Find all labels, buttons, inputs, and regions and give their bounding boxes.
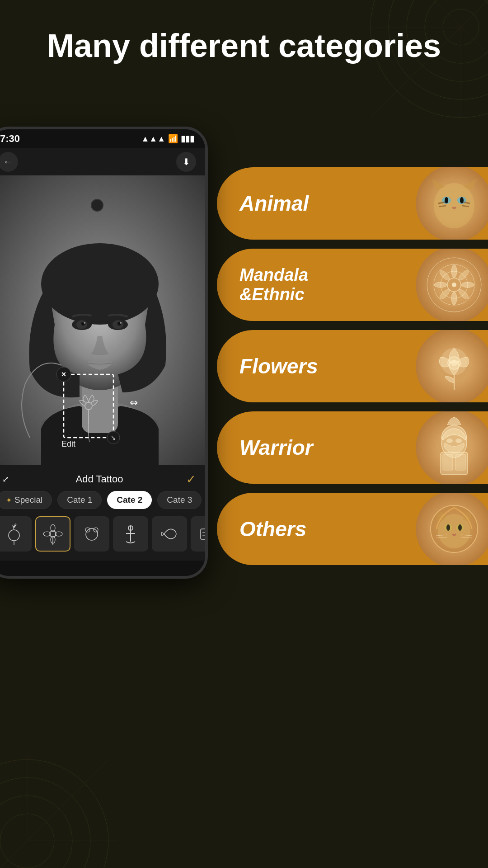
svg-point-24 xyxy=(41,243,159,325)
tab-cate1-label: Cate 1 xyxy=(67,495,92,505)
thumb-2-icon xyxy=(41,522,66,547)
category-flowers[interactable]: Flowers xyxy=(217,330,488,402)
category-tabs: ✦ Special Cate 1 Cate 2 Cate 3 Cate 4 xyxy=(0,491,205,514)
camera-notch xyxy=(91,199,103,212)
svg-text:⇔: ⇔ xyxy=(130,397,138,408)
page-title: Many different categories xyxy=(9,27,479,65)
svg-point-77 xyxy=(461,282,474,288)
category-mandala[interactable]: Mandala&Ethnic xyxy=(217,249,488,321)
category-flowers-image xyxy=(416,330,488,402)
status-time: 7:30 xyxy=(0,133,20,145)
category-animal-image xyxy=(416,167,488,240)
woman-portrait: × ↘ ⇔ Edit xyxy=(0,175,205,465)
svg-point-42 xyxy=(9,530,19,541)
svg-text:Edit: Edit xyxy=(61,439,75,448)
svg-point-81 xyxy=(457,288,470,301)
signal-icon: ▲▲▲ xyxy=(141,134,165,144)
svg-point-64 xyxy=(460,197,464,203)
thumb-1-icon xyxy=(2,522,27,547)
thumb-6-icon xyxy=(196,522,206,547)
thumb-5-icon xyxy=(157,522,182,547)
confirm-button[interactable]: ✓ xyxy=(186,472,196,486)
thumb-4[interactable] xyxy=(113,516,148,552)
panel-title: Add Tattoo xyxy=(76,473,123,485)
panel-header: ⤢ Add Tattoo ✓ xyxy=(0,470,205,491)
svg-point-74 xyxy=(451,265,457,278)
svg-line-16 xyxy=(0,841,27,868)
svg-point-75 xyxy=(451,292,457,305)
category-warrior-image xyxy=(416,411,488,484)
rose-icon xyxy=(420,332,488,400)
svg-point-63 xyxy=(445,197,448,203)
status-bar: 7:30 ▲▲▲ 📶 ▮▮▮ xyxy=(0,129,205,148)
svg-point-99 xyxy=(458,524,462,531)
svg-point-76 xyxy=(434,282,447,288)
phone-nav: ← ⬇ xyxy=(0,148,205,175)
tab-special-label: Special xyxy=(14,495,42,505)
svg-rect-56 xyxy=(201,529,206,539)
lion-icon xyxy=(420,495,488,563)
category-animal-label: Animal xyxy=(239,191,339,216)
thumb-3-icon xyxy=(80,522,104,547)
tab-cate3[interactable]: Cate 3 xyxy=(157,491,202,509)
svg-point-98 xyxy=(446,524,450,531)
back-arrow-icon: ← xyxy=(3,156,13,168)
mandala-design-icon xyxy=(420,251,488,319)
tab-cate2[interactable]: Cate 2 xyxy=(107,491,152,509)
thumb-1[interactable] xyxy=(0,516,32,552)
download-button[interactable]: ⬇ xyxy=(176,152,196,172)
warrior-icon xyxy=(420,414,488,481)
categories-panel: Animal xyxy=(217,167,488,565)
thumb-4-icon xyxy=(118,522,143,547)
svg-point-79 xyxy=(457,269,470,282)
tab-cate3-label: Cate 3 xyxy=(167,495,192,505)
category-warrior-label: Warrior xyxy=(239,435,339,460)
page-header: Many different categories xyxy=(0,18,488,74)
svg-point-80 xyxy=(438,288,451,301)
svg-point-73 xyxy=(452,283,456,287)
phone-frame: 7:30 ▲▲▲ 📶 ▮▮▮ ← ⬇ xyxy=(0,127,208,579)
phone-mockup: 7:30 ▲▲▲ 📶 ▮▮▮ ← ⬇ xyxy=(0,127,217,782)
category-others-image xyxy=(416,493,488,565)
svg-point-32 xyxy=(120,322,122,324)
thumb-5[interactable] xyxy=(152,516,187,552)
category-flowers-label: Flowers xyxy=(239,354,339,378)
svg-point-91 xyxy=(455,439,462,443)
svg-text:×: × xyxy=(61,370,66,379)
svg-point-84 xyxy=(451,360,457,366)
svg-point-28 xyxy=(84,322,85,324)
tiger-icon xyxy=(420,170,488,237)
category-others-label: Others xyxy=(239,517,339,541)
expand-button[interactable]: ⤢ xyxy=(0,472,13,486)
photo-area: × ↘ ⇔ Edit xyxy=(0,175,205,465)
bottom-panel: ⤢ Add Tattoo ✓ ✦ Special Cate 1 Cate 2 C xyxy=(0,465,205,561)
thumb-2[interactable] xyxy=(35,516,70,552)
star-icon: ✦ xyxy=(6,496,12,505)
expand-icon: ⤢ xyxy=(2,474,9,484)
wifi-icon: 📶 xyxy=(168,134,178,144)
thumb-3[interactable] xyxy=(74,516,109,552)
battery-icon: ▮▮▮ xyxy=(181,134,194,144)
category-mandala-label: Mandala&Ethnic xyxy=(239,265,339,304)
svg-point-60 xyxy=(434,183,474,228)
download-icon: ⬇ xyxy=(183,156,190,167)
svg-point-78 xyxy=(438,269,451,282)
svg-text:↘: ↘ xyxy=(111,434,116,441)
category-mandala-image xyxy=(416,249,488,321)
back-button[interactable]: ← xyxy=(0,152,18,172)
tab-special[interactable]: ✦ Special xyxy=(0,491,52,509)
tab-cate1[interactable]: Cate 1 xyxy=(57,491,102,509)
svg-point-50 xyxy=(86,528,98,540)
tab-cate2-label: Cate 2 xyxy=(117,495,142,505)
svg-point-90 xyxy=(446,439,453,443)
category-animal[interactable]: Animal xyxy=(217,167,488,240)
category-others[interactable]: Others xyxy=(217,493,488,565)
thumbnail-row xyxy=(0,514,205,557)
thumb-6[interactable] xyxy=(191,516,205,552)
category-warrior[interactable]: Warrior xyxy=(217,411,488,484)
